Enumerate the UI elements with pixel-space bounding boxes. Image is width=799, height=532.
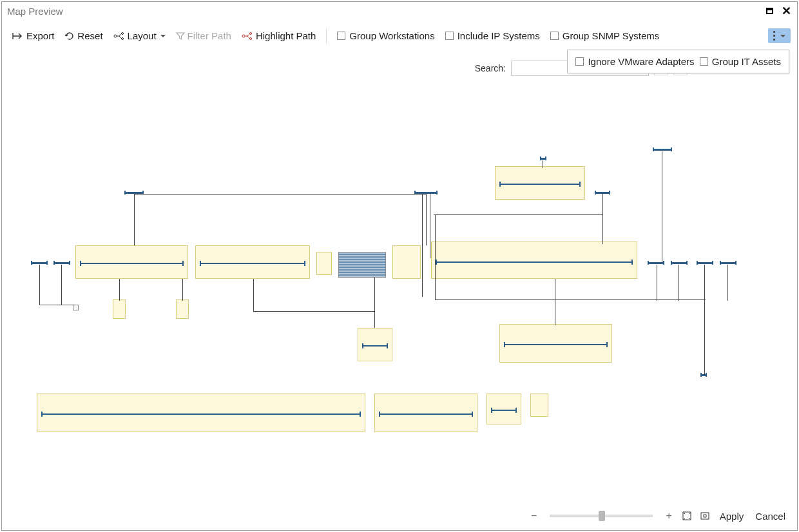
node-group[interactable] [37,394,365,432]
overflow-dropdown: Ignore VMware Adapters Group IT Assets [567,50,789,73]
close-icon: ✕ [782,5,791,17]
node-group[interactable] [316,252,332,275]
highlight-path-icon [242,32,253,41]
checkbox-icon [550,32,559,40]
node-group[interactable] [392,245,421,279]
fit-screen-icon [682,511,692,521]
connector [182,279,183,301]
svg-point-2 [121,37,123,39]
connector [679,265,679,301]
filter-icon [176,32,185,41]
connector [253,311,374,312]
node-group[interactable] [176,299,189,319]
group-snmp-systems-checkbox[interactable]: Group SNMP Systems [546,28,664,44]
connector [657,265,657,301]
window-title: Map Preview [7,6,63,17]
zoom-in-button[interactable]: + [663,511,674,521]
highlight-path-label: Highlight Path [256,30,316,41]
zoom-out-button[interactable]: − [528,511,539,521]
connector [430,194,430,258]
toolbar: Export Reset Layout Filter Path Highligh… [2,20,797,48]
export-icon [12,32,24,41]
switch-node[interactable] [31,262,48,264]
svg-point-5 [249,37,251,39]
map-preview-window: Map Preview ✕ Export Reset Layout Filter… [1,1,798,531]
node-group[interactable] [530,394,548,417]
export-button[interactable]: Export [8,28,58,44]
include-ip-systems-label: Include IP Systems [457,30,540,41]
group-snmp-systems-label: Group SNMP Systems [563,30,660,41]
layout-icon [113,32,125,41]
svg-point-0 [114,35,117,37]
actual-size-button[interactable] [699,510,711,522]
connector [39,305,75,305]
layout-label: Layout [128,30,157,41]
close-button[interactable]: ✕ [780,5,792,17]
slider-thumb[interactable] [599,511,605,521]
connector [61,265,62,305]
svg-point-3 [242,35,245,37]
connector [39,265,40,305]
group-it-assets-checkbox[interactable]: Group IT Assets [698,54,782,69]
switch-node[interactable] [697,262,713,264]
switch-node[interactable] [540,158,546,160]
filter-path-button[interactable]: Filter Path [172,28,235,44]
toolbar-separator [326,28,327,44]
svg-point-1 [121,32,123,34]
switch-node[interactable] [653,149,672,151]
node-group[interactable] [75,245,188,279]
checkbox-icon [575,57,584,66]
connector [434,214,602,215]
checkbox-icon [700,57,708,66]
actual-size-icon [700,511,710,521]
group-it-assets-label: Group IT Assets [712,56,781,67]
group-workstations-checkbox[interactable]: Group Workstations [333,28,438,44]
rack-cluster[interactable] [338,252,386,278]
ignore-vmware-adapters-label: Ignore VMware Adapters [588,56,694,67]
checkbox-icon [445,32,454,40]
svg-rect-7 [701,513,709,519]
switch-node[interactable] [53,262,70,264]
maximize-button[interactable] [764,5,775,17]
switch-node[interactable] [648,262,664,264]
connector [555,279,555,325]
reset-icon [64,31,75,41]
chevron-down-icon [780,35,785,37]
fit-to-screen-button[interactable] [681,510,693,522]
footer: − + Apply Cancel [2,502,797,530]
checkbox-icon [337,32,345,40]
chevron-down-icon [160,35,166,37]
connector [602,194,603,244]
titlebar: Map Preview ✕ [2,2,797,20]
node-group[interactable] [113,299,126,319]
switch-node[interactable] [700,374,707,376]
connector [662,151,662,262]
connector [253,279,254,311]
reset-button[interactable]: Reset [61,28,106,44]
zoom-slider[interactable] [550,515,653,517]
connector [435,214,436,299]
highlight-path-button[interactable]: Highlight Path [238,28,320,44]
node-group[interactable] [358,328,392,361]
cancel-button[interactable]: Cancel [753,509,788,524]
layout-button[interactable]: Layout [110,28,169,44]
node-group[interactable] [495,166,585,200]
overflow-menu-button[interactable] [768,28,791,43]
maximize-icon [766,8,773,14]
switch-node[interactable] [671,262,688,264]
include-ip-systems-checkbox[interactable]: Include IP Systems [441,28,544,44]
node-group[interactable] [499,324,612,363]
connector [374,278,375,328]
node-group[interactable] [195,245,310,279]
node-group[interactable] [374,394,477,432]
node-group[interactable] [431,242,637,279]
ignore-vmware-adapters-checkbox[interactable]: Ignore VMware Adapters [574,54,695,69]
map-canvas[interactable] [8,105,791,498]
device-node[interactable] [73,305,79,310]
node-group[interactable] [486,394,521,424]
switch-node[interactable] [720,262,736,264]
svg-point-4 [249,32,251,34]
apply-button[interactable]: Apply [717,509,747,524]
connector [704,265,705,374]
connector [435,299,706,300]
